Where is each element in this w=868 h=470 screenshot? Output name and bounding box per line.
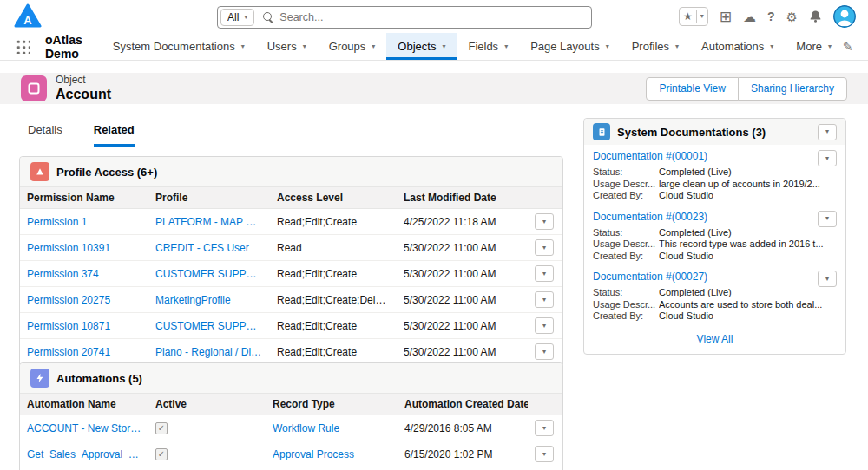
nav-item-profiles[interactable]: Profiles ▾ [621,33,690,60]
app-name: oAtlas Demo [45,33,82,60]
access-level-cell: Read;Edit;Create [270,209,397,235]
access-level-cell: Read;Edit;Create [270,261,397,287]
chevron-down-icon: ▾ [825,155,829,162]
row-actions-button[interactable]: ▾ [535,317,554,334]
page-actions: Printable View Sharing Hierarchy [646,77,847,101]
nav-item-users[interactable]: Users ▾ [256,33,318,60]
row-actions-button[interactable]: ▾ [535,343,554,360]
row-actions-button[interactable]: ▾ [818,150,837,166]
documentation-link[interactable]: Documentation #(00001) [593,150,707,162]
nav-item-more[interactable]: More ▾ [785,33,843,60]
documentation-link[interactable]: Documentation #(00023) [593,211,707,223]
row-actions-button[interactable]: ▾ [535,291,554,308]
permission-link[interactable]: Permission 10871 [20,313,148,339]
record-type-link[interactable]: Workflow Rule [266,415,398,441]
column-header[interactable]: Last Modified Date [397,187,528,209]
record-type-link[interactable]: Approval Process [266,441,398,467]
modified-date-cell: 5/30/2022 11:00 AM [397,235,528,261]
column-header[interactable]: Permission Name [20,187,148,209]
chevron-down-icon: ▾ [606,43,609,50]
notifications-button[interactable] [809,10,822,23]
permission-link[interactable]: Permission 1 [20,209,148,235]
column-header[interactable]: Profile [148,187,270,209]
chevron-down-icon: ▾ [825,276,829,283]
row-actions-button[interactable]: ▾ [535,213,554,230]
active-checkbox[interactable]: ✓ [155,422,168,434]
search-scope-selector[interactable]: All ▾ [220,9,254,26]
chevron-down-icon: ▾ [542,219,546,225]
nav-item-groups[interactable]: Groups ▾ [318,33,387,60]
record-type-link[interactable]: Workflow Rule [266,467,398,470]
search-scope-value: All [227,11,239,23]
profile-link[interactable]: CREDIT - CFS User [148,235,270,261]
profile-link[interactable]: Piano - Regional / District... [148,339,270,365]
modified-date-cell: 5/30/2022 11:00 AM [397,339,528,365]
row-actions-button[interactable]: ▾ [535,265,554,282]
automation-link[interactable]: Account Updated by No... [20,467,148,470]
automation-link[interactable]: ACCOUNT - New Storefr... [20,415,148,441]
row-actions-button[interactable]: ▾ [535,446,554,462]
favorites-button[interactable]: ★ ▾ [679,7,708,26]
row-actions-button[interactable]: ▾ [818,271,837,287]
column-header[interactable]: Access Level [270,187,397,209]
chevron-down-icon: ▾ [542,297,546,304]
user-avatar[interactable] [833,5,856,28]
field-label: Usage Descr... [593,299,659,311]
global-actions-button[interactable]: ⊞ [720,10,732,24]
permission-link[interactable]: Permission 374 [20,261,148,287]
chevron-down-icon: ▾ [303,43,306,50]
row-actions-button[interactable]: ▾ [535,420,554,436]
global-header: A All ▾ ★ ▾ ⊞ ☁ ? ⚙ [0,0,868,33]
access-level-cell: Read;Edit;Create [270,313,397,339]
nav-item-system-documentations[interactable]: System Documentations ▾ [102,33,256,60]
help-button[interactable]: ? [767,10,775,23]
access-level-cell: Read [270,235,397,261]
app-launcher-button[interactable] [16,33,30,60]
nav-item-label: Page Layouts [530,40,600,53]
setup-button[interactable]: ⚙ [786,10,798,23]
automation-link[interactable]: Get_Sales_Approval_for... [20,441,148,467]
permission-link[interactable]: Permission 20275 [20,287,148,313]
edit-nav-pencil-icon[interactable]: ✎ [843,33,853,60]
column-header[interactable]: Automation Created Date [398,394,528,415]
active-checkbox[interactable]: ✓ [155,448,168,460]
column-header[interactable]: Active [148,394,266,415]
permission-link[interactable]: Permission 20741 [20,339,148,365]
tab-details[interactable]: Details [28,123,62,147]
column-header[interactable]: Record Type [266,394,398,415]
field-label: Created By: [593,251,659,263]
profile-link[interactable]: PLATFORM - MAP USER [148,209,270,235]
environment-cloud-button[interactable]: ☁ [743,10,756,23]
nav-item-label: System Documentations [113,40,235,53]
permission-link[interactable]: Permission 10391 [20,235,148,261]
row-actions-button[interactable]: ▾ [818,211,837,227]
profile-link[interactable]: CUSTOMER SUPPORT - ... [148,313,270,339]
search-input[interactable] [279,11,591,23]
created-by-link[interactable]: Cloud Studio [659,251,837,263]
global-search: All ▾ [217,6,592,29]
created-by-link[interactable]: Cloud Studio [659,310,837,323]
created-date-cell: 6/15/2020 3:19 PM [398,467,528,470]
column-header[interactable]: Automation Name [20,394,148,415]
nav-item-fields[interactable]: Fields ▾ [457,33,519,60]
chevron-down-icon: ▾ [442,43,445,50]
view-all-link[interactable]: View All [697,333,733,345]
card-actions-button[interactable]: ▾ [818,124,837,140]
app-nav-bar: oAtlas Demo System Documentations ▾ User… [0,33,868,61]
modified-date-cell: 5/30/2022 11:00 AM [397,287,528,313]
sharing-hierarchy-button[interactable]: Sharing Hierarchy [738,77,847,101]
access-level-cell: Read;Edit;Create [270,339,397,365]
profile-link[interactable]: MarketingProfile [148,287,270,313]
chevron-down-icon: ▾ [828,43,832,50]
nav-item-automations[interactable]: Automations ▾ [690,33,785,60]
printable-view-button[interactable]: Printable View [646,77,739,101]
row-actions-button[interactable]: ▾ [535,239,554,256]
profile-link[interactable]: CUSTOMER SUPPORT - ... [148,261,270,287]
column-header-actions [528,394,562,415]
nav-item-objects[interactable]: Objects ▾ [386,33,457,60]
created-by-link[interactable]: Cloud Studio [659,190,837,202]
app-logo-icon[interactable]: A [14,3,42,29]
documentation-link[interactable]: Documentation #(00027) [593,271,707,283]
tab-related[interactable]: Related [94,123,135,147]
nav-item-page-layouts[interactable]: Page Layouts ▾ [519,33,621,60]
